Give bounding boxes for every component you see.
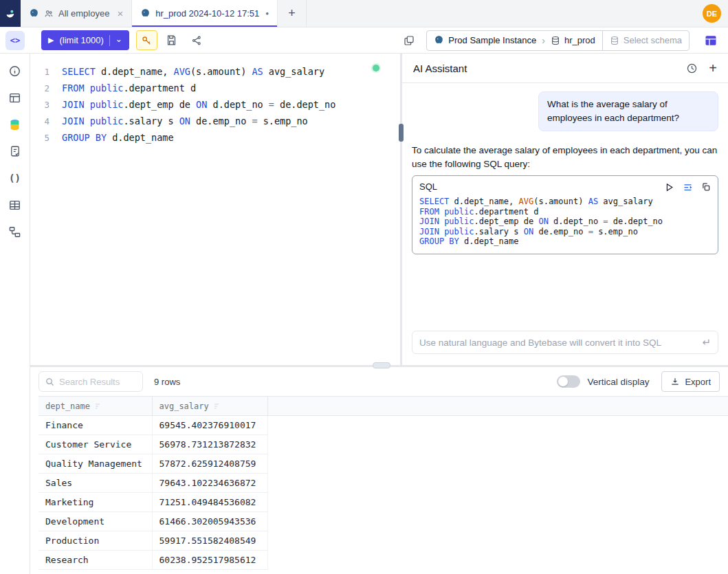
column-header-avg-salary[interactable]: avg_salary [152,397,267,416]
line-number: 1 [30,67,62,77]
ai-sql-code[interactable]: SELECT d.dept_name, AVG(s.amount) AS avg… [419,197,711,247]
cell-avg-salary: 71251.049484536082 [152,493,267,512]
results-resize-handle[interactable] [373,362,390,368]
close-tab-icon[interactable]: × [117,8,123,19]
sort-icon[interactable] [213,402,221,410]
sql-editor[interactable]: 1SELECT d.dept_name, AVG(s.amount) AS av… [30,54,400,365]
postgres-icon [140,8,151,19]
run-sql-button[interactable] [664,182,674,192]
database-color-icon [8,118,21,131]
new-chat-button[interactable]: + [709,61,717,75]
postgres-icon [29,8,39,19]
chevron-down-icon[interactable]: ⌄ [115,34,122,44]
sort-icon[interactable] [94,402,102,410]
cell-avg-salary: 59917.551582408549 [152,531,267,551]
instance-name: Prod Sample Instance [448,35,536,45]
history-button[interactable] [686,63,698,74]
editor-line[interactable]: 2FROM public.department d [30,80,400,96]
schema-panel-button[interactable] [701,30,721,50]
sidebar-item-databases[interactable] [8,117,23,132]
assistant-intro-text: To calculate the average salary of emplo… [412,144,718,171]
changelist-icon [9,145,21,157]
return-icon[interactable]: ↵ [702,336,711,349]
editor-code-lines: 1SELECT d.dept_name, AVG(s.amount) AS av… [30,63,400,146]
code-panel-button[interactable]: <> [5,31,25,50]
cell-avg-salary: 56978.731213872832 [152,435,267,454]
sidebar-item-tables[interactable] [8,197,23,212]
bytebase-logo-icon [5,8,16,19]
worksheets-button[interactable] [399,30,419,50]
results-tbody: Finance69545.402376910017Customer Servic… [38,416,728,570]
table-row[interactable]: Sales79643.102234636872 [38,474,728,493]
ai-input-area: ↵ [402,324,728,365]
table-row[interactable]: Customer Service56978.731213872832 [38,435,728,454]
column-header-dept-name[interactable]: dept_name [38,397,152,416]
export-button[interactable]: Export [661,371,720,392]
main-content: 1SELECT d.dept_name, AVG(s.amount) AS av… [30,54,728,574]
sidebar-item-snippets[interactable]: () [8,170,23,186]
insert-sql-button[interactable] [683,182,693,192]
table-row[interactable]: Development61466.302005943536 [38,512,728,531]
ai-chat-area: What is the average salary of employees … [402,83,728,324]
cell-dept-name: Development [38,512,152,531]
panel-resize-handle[interactable] [399,124,404,142]
sql-editor-app: All employee × hr_prod 2024-10-12 17:51 … [0,0,728,574]
ai-input-box: ↵ [412,331,718,354]
assistant-message: To calculate the average salary of emplo… [412,144,718,254]
table-row[interactable]: Marketing71251.049484536082 [38,493,728,512]
editor-line[interactable]: 4JOIN public.salary s ON de.emp_no = s.e… [30,113,400,129]
vertical-display-toggle[interactable] [557,375,580,388]
table-row[interactable]: Production59917.551582408549 [38,531,728,551]
table-row[interactable]: Research60238.952517985612 [38,551,728,570]
table-row[interactable]: Finance69545.402376910017 [38,416,728,435]
user-avatar[interactable]: DE [703,4,721,23]
copy-icon [701,182,711,192]
sidebar-item-info[interactable] [8,63,23,78]
results-table-wrap: dept_name avg_salary [38,396,728,574]
toolbar-right-group: Prod Sample Instance › hr_prod Select sc… [395,30,728,51]
info-icon [8,65,21,78]
results-panel: 9 rows Vertical display Export [30,367,728,574]
connection-breadcrumb: Prod Sample Instance › hr_prod Select sc… [426,30,690,51]
sheets-icon [404,35,415,46]
editor-line[interactable]: 1SELECT d.dept_name, AVG(s.amount) AS av… [30,63,400,80]
upper-split: 1SELECT d.dept_name, AVG(s.amount) AS av… [30,54,728,365]
run-query-button[interactable]: ▶ (limit 1000) ⌄ [41,30,129,50]
export-button-label: Export [685,377,711,387]
cell-filler [267,416,728,435]
tab-label: All employee [58,8,109,19]
cell-dept-name: Production [38,531,152,551]
save-sheet-button[interactable] [162,30,182,50]
tab-label: hr_prod 2024-10-12 17:51 [155,8,259,19]
editor-line[interactable]: 5GROUP BY d.dept_name [30,129,400,146]
bytebase-logo[interactable] [0,0,21,27]
new-tab-button[interactable]: + [278,0,307,27]
instance-database-selector[interactable]: Prod Sample Instance › hr_prod [427,31,602,50]
table-row[interactable]: Quality Management57872.625912408759 [38,454,728,474]
search-results-input[interactable] [59,377,137,387]
unsaved-dot-icon: ● [265,10,269,16]
cell-dept-name: Customer Service [38,435,152,454]
cell-filler [267,435,728,454]
ai-sql-line: SELECT d.dept_name, AVG(s.amount) AS avg… [419,197,711,207]
sql-block-actions [664,182,711,192]
tab-all-employee[interactable]: All employee × [21,0,132,27]
search-icon [45,377,55,387]
table-panel-icon [704,34,718,47]
admin-mode-button[interactable] [136,30,157,50]
sidebar-item-worksheets[interactable] [8,90,23,105]
ai-prompt-input[interactable] [419,338,696,348]
database-name: hr_prod [564,35,595,45]
sidebar-item-schema-diagram[interactable] [8,224,23,239]
download-icon [670,377,680,386]
sidebar-item-changelist[interactable] [8,144,23,159]
editor-line[interactable]: 3JOIN public.dept_emp de ON d.dept_no = … [30,96,400,113]
copy-sql-button[interactable] [701,182,711,192]
user-message-bubble: What is the average salary of employees … [538,91,718,131]
line-number: 3 [30,100,62,110]
schema-selector[interactable]: Select schema [602,31,689,50]
share-button[interactable] [186,30,207,50]
tab-hr-prod[interactable]: hr_prod 2024-10-12 17:51 ● [132,0,278,27]
ai-sql-line: JOIN public.salary s ON de.emp_no = s.em… [419,227,711,237]
cell-avg-salary: 61466.302005943536 [152,512,267,531]
